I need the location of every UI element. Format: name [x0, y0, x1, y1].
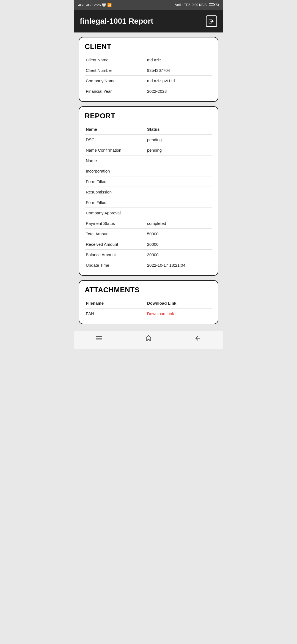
status-bar-right: Vol1 LTE2 0.00 KB/S 73	[175, 3, 219, 7]
page-title: finlegal-1001 Report	[80, 17, 153, 26]
client-table: Client Name md aziz Client Number 935436…	[85, 55, 212, 96]
download-link-header: Download Link	[146, 298, 212, 309]
client-name-value: md aziz	[146, 55, 212, 65]
client-name-label: Client Name	[85, 55, 146, 65]
form-filled-label-2: Form Filled	[85, 197, 146, 208]
update-time-label: Update Time	[85, 260, 146, 271]
table-row: Client Number 9354367704	[85, 65, 212, 76]
table-row: Company Approval	[85, 208, 212, 218]
menu-button[interactable]	[95, 334, 103, 343]
name-value	[146, 155, 212, 166]
time: 12:26	[92, 3, 101, 7]
table-row: Incorporation	[85, 166, 212, 176]
client-number-value: 9354367704	[146, 65, 212, 76]
table-row: Financial Year 2022-2023	[85, 86, 212, 97]
pan-download-link[interactable]: Download Link	[147, 311, 174, 316]
attachments-header-row: Filename Download Link	[85, 298, 212, 309]
attachments-table: Filename Download Link PAN Download Link	[85, 298, 212, 319]
home-icon	[145, 334, 152, 342]
pan-download-cell: Download Link	[146, 309, 212, 319]
report-name-header: Name	[85, 124, 146, 135]
company-name-label: Company Name	[85, 76, 146, 86]
name-label: Name	[85, 155, 146, 166]
attachments-card: ATTACHMENTS Filename Download Link PAN D…	[79, 280, 218, 324]
table-row: Company Name md aziz pvt Ltd	[85, 76, 212, 86]
name-confirmation-label: Name Confirmation	[85, 145, 146, 155]
filename-header: Filename	[85, 298, 146, 309]
table-row: Resubmission	[85, 187, 212, 197]
back-button[interactable]	[194, 334, 202, 343]
table-row: PAN Download Link	[85, 309, 212, 319]
status-bar-left: 4G+ 4G 12:26 🤍 📶	[78, 3, 112, 7]
table-row: Update Time 2022-10-17 18:21:04	[85, 260, 212, 271]
received-amount-value: 20000	[146, 239, 212, 250]
total-amount-label: Total Amount	[85, 229, 146, 239]
menu-icon	[95, 334, 103, 342]
form-filled-value-1	[146, 176, 212, 187]
back-icon	[194, 334, 202, 342]
company-approval-value	[146, 208, 212, 218]
form-filled-value-2	[146, 197, 212, 208]
data-speed: 0.00 KB/S	[192, 3, 207, 7]
app-header: finlegal-1001 Report	[74, 10, 223, 32]
balance-amount-value: 30000	[146, 250, 212, 260]
table-row: Total Amount 50000	[85, 229, 212, 239]
payment-status-value: completed	[146, 218, 212, 229]
incorporation-value	[146, 166, 212, 176]
signal-strength: 4G+ 4G	[78, 3, 91, 7]
total-amount-value: 50000	[146, 229, 212, 239]
status-bar: 4G+ 4G 12:26 🤍 📶 Vol1 LTE2 0.00 KB/S 73	[74, 0, 223, 10]
payment-status-label: Payment Status	[85, 218, 146, 229]
resubmission-value	[146, 187, 212, 197]
report-card: REPORT Name Status DSC pending Name Conf…	[79, 106, 218, 276]
company-approval-label: Company Approval	[85, 208, 146, 218]
table-row: Client Name md aziz	[85, 55, 212, 65]
balance-amount-label: Balance Amount	[85, 250, 146, 260]
report-status-header: Status	[146, 124, 212, 135]
table-row: Balance Amount 30000	[85, 250, 212, 260]
resubmission-label: Resubmission	[85, 187, 146, 197]
update-time-value: 2022-10-17 18:21:04	[146, 260, 212, 271]
table-row: Payment Status completed	[85, 218, 212, 229]
report-table: Name Status DSC pending Name Confirmatio…	[85, 124, 212, 270]
form-filled-label-1: Form Filled	[85, 176, 146, 187]
battery-indicator: 73	[208, 3, 219, 7]
table-row: Name	[85, 155, 212, 166]
client-section-title: CLIENT	[85, 42, 212, 51]
incorporation-label: Incorporation	[85, 166, 146, 176]
main-content: CLIENT Client Name md aziz Client Number…	[74, 32, 223, 329]
dsc-label: DSC	[85, 135, 146, 145]
client-number-label: Client Number	[85, 65, 146, 76]
report-section-title: REPORT	[85, 112, 212, 120]
table-row: Name Confirmation pending	[85, 145, 212, 155]
dsc-value: pending	[146, 135, 212, 145]
received-amount-label: Received Amount	[85, 239, 146, 250]
name-confirmation-value: pending	[146, 145, 212, 155]
pan-filename: PAN	[85, 309, 146, 319]
company-name-value: md aziz pvt Ltd	[146, 76, 212, 86]
home-button[interactable]	[145, 334, 152, 343]
table-row: Form Filled	[85, 197, 212, 208]
financial-year-label: Financial Year	[85, 86, 146, 97]
table-row: DSC pending	[85, 135, 212, 145]
wifi-icon: 📶	[107, 3, 112, 7]
table-row: Received Amount 20000	[85, 239, 212, 250]
table-row: Form Filled	[85, 176, 212, 187]
exit-button[interactable]	[206, 15, 217, 27]
financial-year-value: 2022-2023	[146, 86, 212, 97]
client-card: CLIENT Client Name md aziz Client Number…	[79, 37, 218, 102]
heart-icon: 🤍	[102, 3, 106, 7]
bottom-nav	[74, 331, 223, 349]
report-header-row: Name Status	[85, 124, 212, 135]
lte-label: Vol1 LTE2	[175, 3, 190, 7]
attachments-section-title: ATTACHMENTS	[85, 286, 212, 294]
